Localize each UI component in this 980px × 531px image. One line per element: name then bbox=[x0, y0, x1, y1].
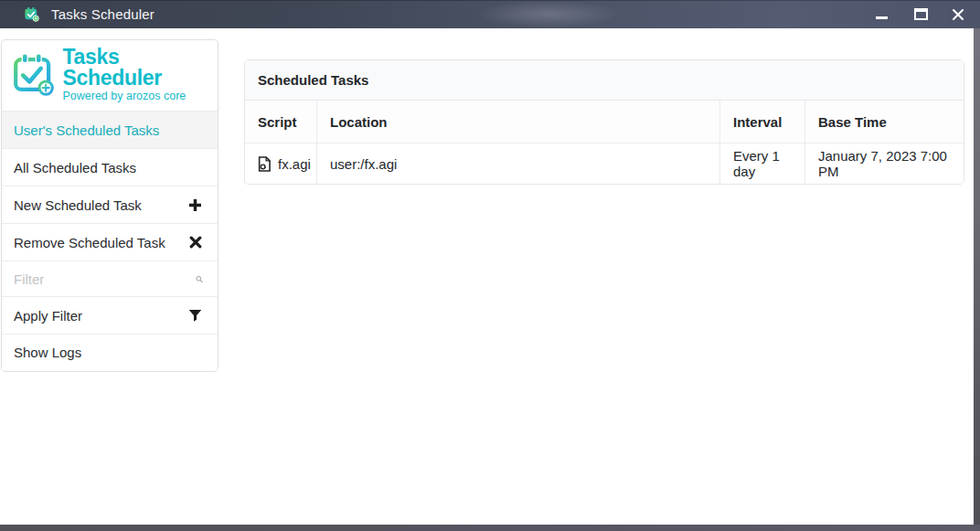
close-button[interactable] bbox=[944, 0, 972, 28]
column-header-script: Script bbox=[245, 101, 316, 143]
sidebar-item-apply-filter[interactable]: Apply Filter bbox=[2, 297, 218, 335]
close-icon bbox=[951, 7, 965, 22]
minimize-icon bbox=[876, 16, 888, 19]
cell-base-time: January 7, 2023 7:00 PM bbox=[804, 143, 964, 184]
file-script-icon bbox=[258, 156, 271, 172]
app-icon bbox=[24, 6, 39, 22]
column-header-base-time: Base Time bbox=[804, 101, 964, 143]
cell-script: fx.agi bbox=[245, 143, 316, 184]
column-header-interval: Interval bbox=[719, 101, 804, 143]
calendar-check-plus-icon bbox=[12, 50, 56, 99]
window-title: Tasks Scheduler bbox=[51, 6, 154, 22]
sidebar-item-label: Apply Filter bbox=[14, 308, 82, 324]
panel-title: Scheduled Tasks bbox=[245, 60, 964, 101]
sidebar-item-new-scheduled-task[interactable]: New Scheduled Task bbox=[2, 186, 218, 224]
sidebar-item-show-logs[interactable]: Show Logs bbox=[2, 335, 218, 371]
window-edge-right bbox=[974, 28, 980, 531]
sidebar-menu: User's Scheduled Tasks All Scheduled Tas… bbox=[2, 112, 218, 371]
cell-location: user:/fx.agi bbox=[316, 143, 719, 184]
plus-icon bbox=[188, 198, 202, 212]
column-header-location: Location bbox=[316, 101, 719, 143]
sidebar-item-label: Show Logs bbox=[14, 345, 81, 360]
sidebar-item-label: New Scheduled Task bbox=[14, 197, 142, 213]
sidebar: Tasks Scheduler Powered by arozos core U… bbox=[1, 39, 218, 372]
filter-funnel-icon bbox=[188, 309, 202, 323]
sidebar-item-label: User's Scheduled Tasks bbox=[14, 122, 159, 138]
table-header-row: Script Location Interval Base Time bbox=[245, 101, 964, 143]
filter-input-row bbox=[2, 261, 218, 297]
cross-icon bbox=[189, 236, 202, 249]
table-row: fx.agi user:/fx.agi Every 1 day January … bbox=[245, 143, 964, 184]
logo-subtitle: Powered by arozos core bbox=[62, 90, 210, 102]
minimize-button[interactable] bbox=[868, 0, 895, 28]
window-controls bbox=[868, 0, 980, 28]
sidebar-item-users-scheduled-tasks[interactable]: User's Scheduled Tasks bbox=[2, 112, 218, 149]
sidebar-item-label: Remove Scheduled Task bbox=[14, 235, 165, 250]
titlebar: Tasks Scheduler bbox=[0, 0, 980, 28]
titlebar-glow bbox=[475, 0, 622, 28]
filter-input[interactable] bbox=[14, 271, 196, 287]
cell-interval: Every 1 day bbox=[719, 143, 804, 184]
logo-title: Tasks Scheduler bbox=[62, 47, 210, 89]
sidebar-item-label: All Scheduled Tasks bbox=[14, 160, 136, 175]
maximize-button[interactable] bbox=[907, 0, 934, 28]
maximize-icon bbox=[914, 8, 928, 20]
window-edge-bottom bbox=[0, 525, 980, 531]
script-name: fx.agi bbox=[278, 156, 311, 172]
scheduled-tasks-panel: Scheduled Tasks Script Location Interval… bbox=[244, 59, 964, 185]
search-icon bbox=[196, 271, 203, 287]
app-logo: Tasks Scheduler Powered by arozos core bbox=[2, 40, 218, 112]
sidebar-item-all-scheduled-tasks[interactable]: All Scheduled Tasks bbox=[2, 149, 218, 186]
sidebar-item-remove-scheduled-task[interactable]: Remove Scheduled Task bbox=[2, 224, 218, 261]
